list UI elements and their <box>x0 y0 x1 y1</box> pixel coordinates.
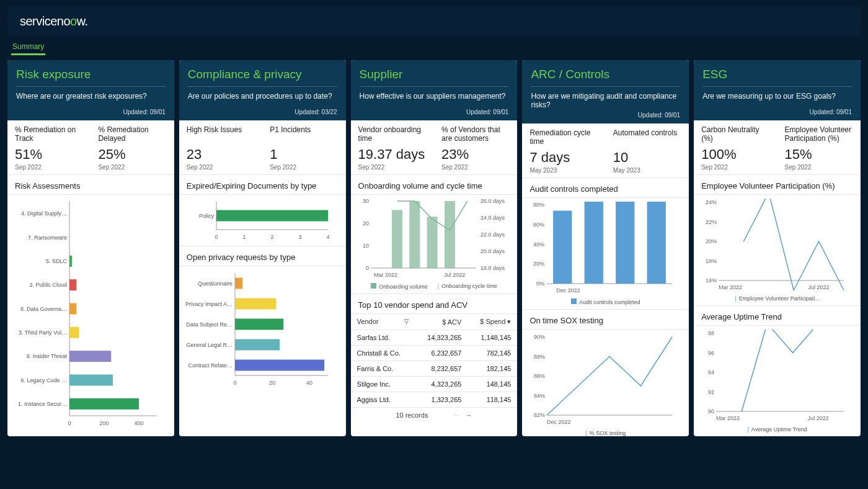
kpi-value: 15% <box>785 146 853 163</box>
svg-text:92: 92 <box>708 389 714 395</box>
card-title: ARC / Controls <box>531 68 680 81</box>
svg-text:84%: 84% <box>534 393 545 399</box>
chart-evp: 16%18%20%22%24%Mar 2022Jul 2022 <box>694 195 861 295</box>
legend-item: |Onboarding cycle time <box>438 283 497 290</box>
svg-text:5. SDLC: 5. SDLC <box>46 258 68 264</box>
card-subtitle: Where are our greatest risk exposures? <box>16 86 166 106</box>
svg-text:4. Digital Supply…: 4. Digital Supply… <box>21 210 67 217</box>
svg-text:86%: 86% <box>534 373 545 379</box>
table-row[interactable]: Christall & Co.6,232,657782,145 <box>351 346 518 361</box>
svg-rect-72 <box>647 202 666 284</box>
svg-text:Mar 2022: Mar 2022 <box>374 272 397 278</box>
kpi-date: Sep 2022 <box>187 164 255 171</box>
card-subtitle: How are we mitigating audit and complian… <box>531 86 680 109</box>
svg-rect-10 <box>69 303 76 315</box>
table-row[interactable]: Sarfas Ltd.14,323,2651,148,145 <box>351 330 518 346</box>
kpi-date: Sep 2022 <box>270 164 338 171</box>
col-acv[interactable]: $ ACV <box>415 314 468 330</box>
svg-rect-25 <box>216 210 328 222</box>
legend: |Employee Volunteer Participati... <box>694 295 861 305</box>
chart-expiring-docs: Policy01234 <box>179 195 346 246</box>
cell-spend: 148,145 <box>467 377 517 392</box>
table-row[interactable]: Stilgoe Inc.4,323,265148,145 <box>351 377 518 392</box>
svg-rect-71 <box>616 202 634 284</box>
cell-spend: 1,148,145 <box>467 330 517 346</box>
card-esg: ESG Are we measuring up to our ESG goals… <box>694 60 861 436</box>
table-row[interactable]: Aggiss Ltd.1,323,265118,145 <box>351 392 518 408</box>
topbar: servicenoow. <box>7 6 861 36</box>
cell-spend: 782,145 <box>467 346 517 361</box>
col-spend[interactable]: $ Spend ▾ <box>467 314 517 330</box>
svg-rect-36 <box>235 298 276 310</box>
svg-text:20: 20 <box>269 380 275 386</box>
svg-text:Dec 2022: Dec 2022 <box>557 287 581 294</box>
filter-icon[interactable]: ∇ <box>404 318 409 326</box>
svg-text:20%: 20% <box>706 238 717 244</box>
kpi-date: Sep 2022 <box>15 164 83 171</box>
logo-suffix: w. <box>77 14 88 28</box>
legend-label: Average Uptime Trend <box>751 426 807 433</box>
tab-summary[interactable]: Summary <box>11 40 45 55</box>
svg-text:0: 0 <box>215 234 218 240</box>
section-title: Expired/Expiring Documents by type <box>179 175 346 195</box>
next-arrow-icon[interactable]: → <box>466 411 472 419</box>
col-vendor[interactable]: Vendor ∇ <box>351 314 415 330</box>
svg-text:1. Instance Secur…: 1. Instance Secur… <box>18 401 67 407</box>
cell-acv: 1,323,265 <box>415 392 468 408</box>
svg-text:96: 96 <box>708 350 714 356</box>
svg-rect-8 <box>69 279 76 290</box>
svg-text:98: 98 <box>708 330 714 336</box>
svg-text:18.0 days: 18.0 days <box>480 265 505 271</box>
svg-text:20: 20 <box>363 220 369 227</box>
svg-rect-58 <box>409 201 420 268</box>
svg-rect-69 <box>553 211 572 284</box>
card-updated: Updated: 09/01 <box>531 112 680 119</box>
card-updated: Updated: 03/22 <box>188 109 337 115</box>
svg-text:8. Data Governa…: 8. Data Governa… <box>20 306 67 312</box>
kpi-date: May 2023 <box>613 167 681 174</box>
svg-rect-57 <box>392 210 402 268</box>
sort-icon[interactable]: ▾ <box>507 318 511 325</box>
section-title: Open privacy requests by type <box>179 246 346 266</box>
kpi-date: Sep 2022 <box>98 164 166 171</box>
card-risk: Risk exposure Where are our greatest ris… <box>7 60 174 436</box>
legend-label: Onboarding volume <box>379 284 428 290</box>
kpi-value: 19.37 days <box>358 146 427 163</box>
svg-text:4: 4 <box>326 234 329 240</box>
logo-text: serviceno <box>20 14 70 28</box>
vendor-table: Vendor ∇ $ ACV $ Spend ▾ Sarfas Ltd.14,3… <box>351 314 518 408</box>
card-title: Compliance & privacy <box>188 68 337 81</box>
svg-text:Policy: Policy <box>199 213 215 219</box>
section-title: Top 10 vendor spend and ACV <box>351 294 518 314</box>
legend: Audit controls completed <box>522 298 689 309</box>
svg-text:Contract Relate…: Contract Relate… <box>188 362 232 369</box>
svg-text:7. Ransomware: 7. Ransomware <box>28 235 67 241</box>
table-row[interactable]: Farris & Co.8,232,657182,145 <box>351 361 518 377</box>
svg-text:9. Insider Threat: 9. Insider Threat <box>27 353 68 359</box>
record-count: 10 records <box>396 411 428 419</box>
svg-text:16%: 16% <box>706 277 717 284</box>
kpi-value: 7 days <box>529 150 598 166</box>
svg-text:Jul 2022: Jul 2022 <box>808 415 829 421</box>
svg-rect-70 <box>585 202 603 284</box>
kpi-value: 10 <box>613 150 681 166</box>
legend-label: Employee Volunteer Participati... <box>739 295 820 302</box>
chart-risk-assessments: 4. Digital Supply…7. Ransomware5. SDLC2.… <box>7 195 174 432</box>
svg-text:26.0 days: 26.0 days <box>480 199 505 204</box>
svg-text:22.0 days: 22.0 days <box>480 231 505 238</box>
svg-rect-12 <box>69 327 79 338</box>
legend-item: Onboarding volume <box>371 283 428 290</box>
svg-text:Jul 2022: Jul 2022 <box>444 272 465 278</box>
cell-vendor: Farris & Co. <box>351 361 415 377</box>
svg-text:80%: 80% <box>533 202 544 208</box>
svg-text:Questionnaire: Questionnaire <box>198 280 232 287</box>
prev-arrow-icon[interactable]: ← <box>453 411 459 419</box>
card-title: Supplier <box>360 68 509 81</box>
cell-spend: 182,145 <box>467 361 517 377</box>
svg-text:24%: 24% <box>706 199 717 205</box>
svg-rect-6 <box>69 256 72 267</box>
svg-text:Mar 2022: Mar 2022 <box>716 415 740 421</box>
kpi-value: 23% <box>441 146 510 163</box>
kpi: % Remediation Delayed 25% Sep 2022 <box>91 120 174 174</box>
card-subtitle: Are our policies and procedures up to da… <box>188 86 337 106</box>
